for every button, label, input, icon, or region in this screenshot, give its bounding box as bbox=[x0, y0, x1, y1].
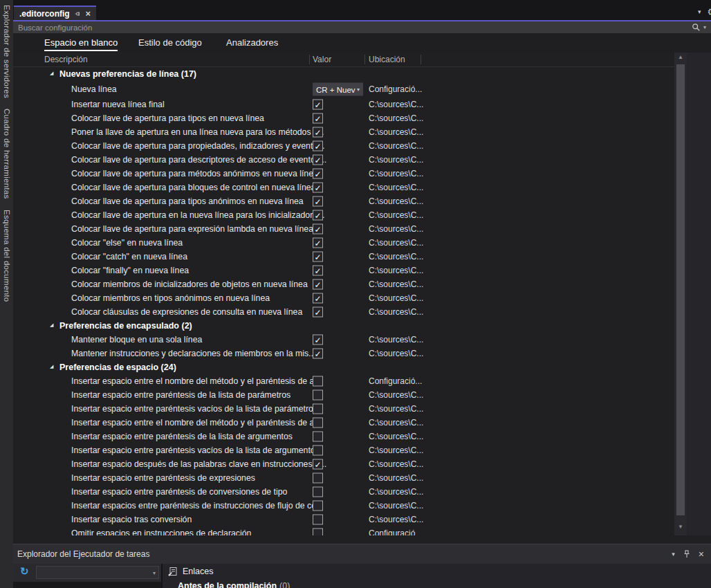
location-cell: C:\sources\C... bbox=[369, 515, 423, 524]
value-checkbox[interactable]: ✓ bbox=[313, 183, 323, 193]
before-build-item[interactable]: Antes de la compilación(0) bbox=[178, 581, 290, 588]
value-cell: ✓ bbox=[313, 100, 323, 110]
table-row: Nueva líneaCR + Nuev▾Configuració... bbox=[13, 81, 711, 98]
left-tool-strip: Explorador de servidores Cuadro de herra… bbox=[0, 0, 13, 588]
search-icon[interactable] bbox=[692, 23, 701, 32]
scroll-down-icon[interactable]: ▼ bbox=[674, 524, 687, 530]
location-cell: C:\sources\C... bbox=[369, 266, 423, 275]
chevron-down-icon[interactable]: ▾ bbox=[703, 24, 706, 30]
panel-title: Explorador del Ejecutador de tareas bbox=[17, 549, 149, 559]
table-row: Poner la llave de apertura en una línea … bbox=[13, 125, 711, 139]
value-checkbox[interactable]: ✓ bbox=[313, 266, 323, 276]
column-header-ubicacion[interactable]: Ubicación bbox=[369, 55, 405, 64]
pin-icon[interactable] bbox=[683, 550, 691, 558]
value-checkbox[interactable]: ✓ bbox=[313, 196, 323, 207]
expander-icon[interactable]: ◢ bbox=[50, 71, 53, 76]
sidebar-item-toolbox[interactable]: Cuadro de herramientas bbox=[3, 109, 11, 199]
pin-icon[interactable] bbox=[75, 10, 81, 18]
location-cell: C:\sources\C... bbox=[369, 307, 423, 317]
setting-label: Colocar miembros en tipos anónimos en nu… bbox=[71, 293, 270, 303]
close-icon[interactable]: × bbox=[85, 9, 91, 18]
value-checkbox[interactable]: ✓ bbox=[313, 459, 323, 470]
value-checkbox[interactable]: ✓ bbox=[313, 210, 323, 221]
tab-analizadores[interactable]: Analizadores bbox=[226, 37, 278, 50]
column-separator[interactable] bbox=[364, 55, 365, 64]
value-checkbox[interactable]: ✓ bbox=[313, 279, 323, 290]
value-checkbox[interactable] bbox=[313, 515, 323, 525]
value-checkbox[interactable] bbox=[313, 529, 323, 536]
bindings-item[interactable]: Enlaces bbox=[168, 567, 213, 576]
column-header-descripcion[interactable]: Descripción bbox=[44, 55, 88, 64]
value-cell: ✓ bbox=[313, 266, 323, 276]
location-cell: C:\sources\C... bbox=[369, 349, 423, 358]
location-cell: C:\sources\C... bbox=[369, 196, 423, 206]
value-checkbox[interactable]: ✓ bbox=[313, 127, 323, 138]
sidebar-item-server-explorer[interactable]: Explorador de servidores bbox=[3, 5, 11, 98]
group-header-row[interactable]: ◢Nuevas preferencias de línea (17) bbox=[13, 67, 711, 81]
expander-icon[interactable]: ◢ bbox=[50, 322, 53, 328]
value-checkbox[interactable]: ✓ bbox=[313, 141, 323, 151]
value-cell bbox=[313, 390, 323, 401]
group-header-row[interactable]: ◢Preferencias de espacio (24) bbox=[13, 360, 711, 374]
setting-label: Colocar "else" en nueva línea bbox=[71, 238, 183, 248]
value-checkbox[interactable] bbox=[313, 432, 323, 442]
close-icon[interactable]: × bbox=[699, 549, 704, 559]
gear-icon[interactable]: ⚙ bbox=[707, 6, 711, 17]
value-checkbox[interactable]: ✓ bbox=[313, 169, 323, 179]
scrollbar-thumb[interactable] bbox=[676, 64, 685, 515]
table-row: Colocar miembros de inicializadores de o… bbox=[13, 277, 711, 291]
setting-label: Insertar espacio entre el nombre del mét… bbox=[71, 376, 322, 386]
bindings-label: Enlaces bbox=[183, 567, 213, 576]
setting-label: Insertar espacio después de las palabras… bbox=[71, 459, 326, 469]
value-checkbox[interactable]: ✓ bbox=[313, 155, 323, 165]
value-dropdown[interactable]: CR + Nuev▾ bbox=[313, 83, 363, 96]
sidebar-item-document-outline[interactable]: Esquema del documento bbox=[3, 210, 11, 302]
value-checkbox[interactable] bbox=[313, 501, 323, 511]
group-label: Preferencias de encapsulado (2) bbox=[59, 321, 192, 331]
search-input[interactable]: Buscar configuración ▾ bbox=[13, 21, 711, 33]
location-cell: Configuració... bbox=[369, 376, 422, 386]
value-checkbox[interactable]: ✓ bbox=[313, 252, 323, 262]
chevron-down-icon[interactable]: ▾ bbox=[672, 551, 675, 558]
expander-icon[interactable]: ◢ bbox=[50, 364, 53, 369]
chevron-down-icon[interactable]: ▾ bbox=[698, 8, 701, 15]
tab-espacio-en-blanco[interactable]: Espacio en blanco bbox=[44, 37, 118, 51]
value-cell: CR + Nuev▾ bbox=[313, 83, 363, 96]
value-checkbox[interactable]: ✓ bbox=[313, 293, 323, 304]
vertical-scrollbar[interactable]: ▲ ▼ bbox=[674, 53, 687, 535]
task-runner-panel: Explorador del Ejecutador de tareas ▾ × … bbox=[13, 544, 711, 588]
group-label: Preferencias de espacio (24) bbox=[59, 362, 176, 372]
value-checkbox[interactable] bbox=[313, 376, 323, 387]
table-row: Colocar miembros en tipos anónimos en nu… bbox=[13, 291, 711, 305]
settings-rows: ◢Nuevas preferencias de línea (17)Nueva … bbox=[13, 67, 711, 535]
scroll-up-icon[interactable]: ▲ bbox=[674, 54, 687, 60]
value-checkbox[interactable] bbox=[313, 487, 323, 497]
task-runner-tree-pane: ↻ ▾ bbox=[13, 564, 161, 588]
value-checkbox[interactable]: ✓ bbox=[313, 335, 323, 345]
column-separator[interactable] bbox=[421, 55, 421, 64]
tab-estilo-de-codigo[interactable]: Estilo de código bbox=[138, 37, 202, 50]
table-row: Colocar llave de apertura para tipos en … bbox=[13, 111, 711, 125]
column-separator[interactable] bbox=[309, 55, 310, 64]
setting-label: Poner la llave de apertura en una línea … bbox=[71, 127, 324, 137]
value-cell bbox=[313, 501, 323, 511]
value-checkbox[interactable] bbox=[313, 390, 323, 401]
value-checkbox[interactable] bbox=[313, 404, 323, 414]
column-header-valor[interactable]: Valor bbox=[313, 55, 331, 64]
group-header-row[interactable]: ◢Preferencias de encapsulado (2) bbox=[13, 319, 711, 333]
value-checkbox[interactable] bbox=[313, 473, 323, 484]
value-checkbox[interactable]: ✓ bbox=[313, 113, 323, 124]
value-checkbox[interactable] bbox=[313, 445, 323, 456]
value-checkbox[interactable]: ✓ bbox=[313, 224, 323, 235]
value-checkbox[interactable]: ✓ bbox=[313, 349, 323, 359]
tab-editorconfig[interactable]: .editorconfig × bbox=[14, 6, 96, 20]
table-row: Insertar espacio tras conversiónC:\sourc… bbox=[13, 513, 711, 526]
value-checkbox[interactable]: ✓ bbox=[313, 238, 323, 248]
value-cell: ✓ bbox=[313, 155, 323, 165]
value-checkbox[interactable]: ✓ bbox=[313, 100, 323, 110]
refresh-icon[interactable]: ↻ bbox=[20, 565, 29, 578]
value-checkbox[interactable]: ✓ bbox=[313, 307, 323, 318]
value-cell: ✓ bbox=[313, 224, 323, 235]
task-runner-combo[interactable]: ▾ bbox=[36, 566, 159, 579]
value-checkbox[interactable] bbox=[313, 418, 323, 428]
